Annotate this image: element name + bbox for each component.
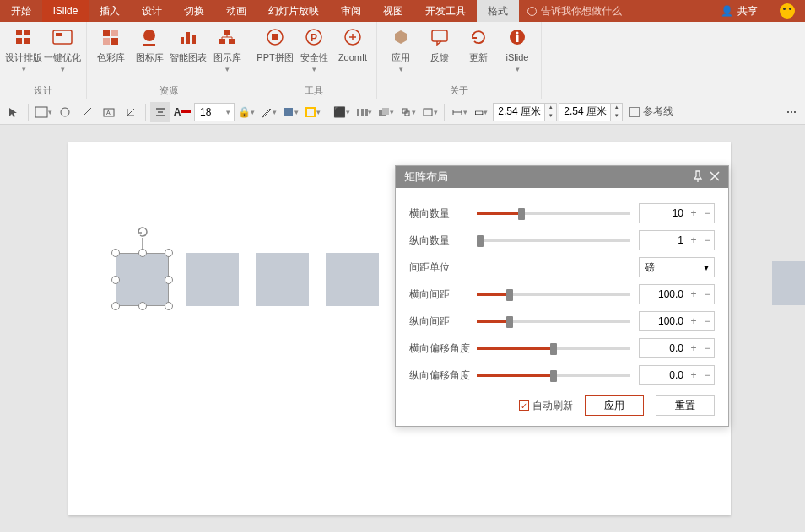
- tab-anim[interactable]: 动画: [215, 0, 257, 22]
- icon-lib-button[interactable]: 图标库: [131, 25, 168, 63]
- group-icon[interactable]: ▾: [397, 102, 418, 122]
- group-resource: 色彩库 图标库 智能图表 图示库▾ 资源: [87, 22, 251, 99]
- design-layout-button[interactable]: 设计排版▾: [5, 25, 42, 74]
- resize-handle[interactable]: [111, 276, 120, 284]
- svg-rect-39: [424, 109, 432, 116]
- distribute-h-icon[interactable]: ▾: [354, 102, 374, 122]
- group-label: 工具: [305, 84, 323, 97]
- value-vang[interactable]: +−: [639, 365, 715, 385]
- resize-handle[interactable]: [138, 249, 147, 257]
- pin-icon[interactable]: [693, 170, 703, 185]
- guides-checkbox[interactable]: 参考线: [629, 105, 673, 119]
- fill-icon[interactable]: ▾: [280, 102, 300, 122]
- clip-icon[interactable]: ▾: [419, 102, 440, 122]
- measure-icon[interactable]: [121, 102, 141, 122]
- value-vcount[interactable]: +−: [639, 230, 715, 250]
- tab-design[interactable]: 设计: [131, 0, 173, 22]
- tab-insert[interactable]: 插入: [89, 0, 131, 22]
- shape-selected[interactable]: [116, 253, 169, 306]
- width-input[interactable]: ▴▾: [493, 103, 557, 121]
- eyedropper-icon[interactable]: ▾: [258, 102, 278, 122]
- close-icon[interactable]: [710, 171, 720, 184]
- value-hang[interactable]: +−: [639, 338, 715, 358]
- svg-rect-6: [103, 30, 110, 36]
- tab-view[interactable]: 视图: [372, 0, 414, 22]
- value-hcount[interactable]: +−: [639, 203, 715, 223]
- shape[interactable]: [256, 253, 309, 306]
- ribbon: 设计排版▾ 一键优化▾ 设计 色彩库 图标库 智能图表 图示库▾ 资源 PPT拼…: [0, 22, 805, 99]
- ppt-collage-button[interactable]: PPT拼图: [257, 25, 294, 63]
- width-icon[interactable]: ▾: [449, 102, 469, 122]
- smiley-icon[interactable]: [780, 3, 795, 19]
- svg-rect-30: [284, 108, 293, 116]
- shape-icon[interactable]: ▾: [33, 102, 53, 122]
- smart-chart-button[interactable]: 智能图表: [170, 25, 207, 63]
- slider-vang[interactable]: [477, 367, 630, 384]
- one-click-optimize-button[interactable]: 一键优化▾: [44, 25, 81, 74]
- slider-hcount[interactable]: [477, 205, 630, 222]
- shape[interactable]: [186, 253, 239, 306]
- diagram-lib-button[interactable]: 图示库▾: [208, 25, 246, 74]
- feedback-button[interactable]: 反馈: [421, 25, 458, 63]
- value-vgap[interactable]: +−: [639, 311, 715, 331]
- circle-icon[interactable]: [55, 102, 75, 122]
- svg-rect-11: [181, 37, 184, 44]
- tab-slideshow[interactable]: 幻灯片放映: [257, 0, 330, 22]
- font-size-select[interactable]: 18: [194, 103, 235, 121]
- tab-transition[interactable]: 切换: [173, 0, 215, 22]
- group-label: 资源: [159, 84, 178, 97]
- tab-review[interactable]: 审阅: [330, 0, 372, 22]
- tab-dev[interactable]: 开发工具: [414, 0, 477, 22]
- tell-me[interactable]: 告诉我你想做什么: [519, 4, 630, 19]
- resize-handle[interactable]: [165, 276, 173, 284]
- slider-hgap[interactable]: [477, 286, 630, 303]
- svg-rect-32: [357, 109, 359, 116]
- resize-handle[interactable]: [165, 249, 173, 257]
- value-hgap[interactable]: +−: [639, 284, 715, 304]
- zoomit-button[interactable]: ZoomIt: [334, 25, 371, 63]
- svg-rect-15: [219, 39, 225, 44]
- color-lib-button[interactable]: 色彩库: [92, 25, 129, 63]
- svg-text:P: P: [311, 32, 317, 44]
- apply-button[interactable]: 应用: [585, 395, 644, 416]
- tab-format[interactable]: 格式: [477, 0, 519, 22]
- select-icon[interactable]: [3, 102, 24, 122]
- overflow-icon[interactable]: ⋯: [781, 102, 802, 122]
- font-color-icon[interactable]: A: [172, 102, 192, 122]
- svg-rect-13: [192, 35, 196, 44]
- islide-about-button[interactable]: iSlide▾: [499, 25, 536, 74]
- panel-titlebar[interactable]: 矩阵布局: [396, 166, 728, 188]
- resize-handle[interactable]: [165, 302, 173, 310]
- reset-button[interactable]: 重置: [656, 395, 715, 416]
- arrange-icon[interactable]: ▾: [375, 102, 396, 122]
- resize-handle[interactable]: [111, 302, 120, 310]
- update-button[interactable]: 更新: [460, 25, 497, 63]
- shadow-icon[interactable]: ▭▾: [471, 102, 491, 122]
- resize-handle[interactable]: [111, 249, 120, 257]
- height-input[interactable]: ▴▾: [559, 103, 623, 121]
- svg-rect-33: [361, 109, 364, 116]
- outline-icon[interactable]: ▾: [302, 102, 322, 122]
- slider-vgap[interactable]: [477, 313, 630, 330]
- tab-start[interactable]: 开始: [0, 0, 42, 22]
- auto-refresh-checkbox[interactable]: ✓自动刷新: [519, 399, 573, 413]
- row-hang: 横向偏移角度 +−: [409, 335, 715, 362]
- bulb-icon: [527, 7, 537, 16]
- resize-handle[interactable]: [138, 302, 147, 310]
- group-label: 设计: [34, 84, 52, 97]
- unit-select[interactable]: 磅▾: [639, 257, 715, 277]
- row-vgap: 纵向间距 +−: [409, 308, 715, 335]
- tab-islide[interactable]: iSlide: [42, 0, 89, 22]
- rotate-handle[interactable]: [136, 225, 149, 239]
- security-button[interactable]: P安全性▾: [295, 25, 332, 74]
- share-button[interactable]: 👤共享: [709, 4, 770, 19]
- slider-hang[interactable]: [477, 340, 630, 357]
- lock-icon[interactable]: 🔒▾: [236, 102, 257, 122]
- align-left-icon[interactable]: ⬛▾: [332, 102, 352, 122]
- align-center-icon[interactable]: [150, 102, 170, 122]
- shape[interactable]: [326, 253, 379, 306]
- app-button[interactable]: 应用▾: [382, 25, 419, 74]
- line-icon[interactable]: [77, 102, 97, 122]
- slider-vcount[interactable]: [477, 232, 630, 249]
- textbox-icon[interactable]: A: [99, 102, 119, 122]
